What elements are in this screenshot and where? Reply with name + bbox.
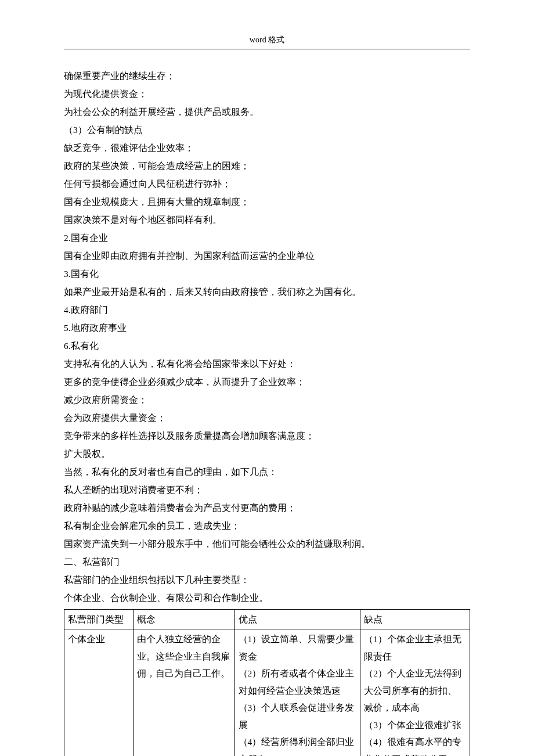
line: 会为政府提供大量资金； — [64, 409, 470, 427]
line: 私有制企业会解雇冗余的员工，造成失业； — [64, 517, 470, 535]
header-rule — [64, 49, 470, 49]
line: 扩大股权。 — [64, 445, 470, 463]
line: 5.地府政府事业 — [64, 319, 470, 337]
line: 当然，私有化的反对者也有自己的理由，如下几点： — [64, 463, 470, 481]
line: 减少政府所需资金； — [64, 391, 470, 409]
line: 如果产业最开始是私有的，后来又转向由政府接管，我们称之为国有化。 — [64, 283, 470, 301]
table-header-row: 私营部门类型 概念 优点 缺点 — [64, 610, 470, 629]
line: 4.政府部门 — [64, 301, 470, 319]
line: 6.私有化 — [64, 337, 470, 355]
line: 政府的某些决策，可能会造成经营上的困难； — [64, 157, 470, 175]
line: 更多的竞争使得企业必须减少成本，从而提升了企业效率； — [64, 373, 470, 391]
line: 支持私有化的人认为，私有化将会给国家带来以下好处： — [64, 355, 470, 373]
table-row: 个体企业 由个人独立经营的企业。这些企业主自我雇佣，自己为自己工作。 （1）设立… — [64, 629, 470, 756]
private-sector-table: 私营部门类型 概念 优点 缺点 个体企业 由个人独立经营的企业。这些企业主自我雇… — [64, 609, 470, 756]
line: 为社会公众的利益开展经营，提供产品或服务。 — [64, 103, 470, 121]
document-page: word 格式 确保重要产业的继续生存； 为现代化提供资金； 为社会公众的利益开… — [0, 0, 534, 756]
line: 3.国有化 — [64, 265, 470, 283]
cell-concept: 由个人独立经营的企业。这些企业主自我雇佣，自己为自己工作。 — [133, 629, 234, 756]
line: 政府补贴的减少意味着消费者会为产品支付更高的费用； — [64, 499, 470, 517]
line: 为现代化提供资金； — [64, 85, 470, 103]
cell-type: 个体企业 — [64, 629, 134, 756]
line: （3）公有制的缺点 — [64, 121, 470, 139]
cell-pros: （1）设立简单、只需要少量资金 （2）所有者或者个体企业主对如何经营企业决策迅速… — [234, 629, 360, 756]
body-text: 确保重要产业的继续生存； 为现代化提供资金； 为社会公众的利益开展经营，提供产品… — [64, 67, 470, 756]
line: 二、私营部门 — [64, 553, 470, 571]
line: 国家决策不是对每个地区都同样有利。 — [64, 211, 470, 229]
th-pros: 优点 — [234, 610, 360, 629]
line: 任何亏损都会通过向人民征税进行弥补； — [64, 175, 470, 193]
line: 国有企业规模庞大，且拥有大量的规章制度； — [64, 193, 470, 211]
line: 2.国有企业 — [64, 229, 470, 247]
line: 缺乏竞争，很难评估企业效率； — [64, 139, 470, 157]
th-concept: 概念 — [133, 610, 234, 629]
line: 竞争带来的多样性选择以及服务质量提高会增加顾客满意度； — [64, 427, 470, 445]
cell-cons: （1）个体企业主承担无限责任 （2）个人企业无法得到大公司所享有的折扣、减价，成… — [360, 629, 470, 756]
line: 个体企业、合伙制企业、有限公司和合作制企业。 — [64, 589, 470, 607]
th-type: 私营部门类型 — [64, 610, 134, 629]
line: 国有企业即由政府拥有并控制、为国家利益而运营的企业单位 — [64, 247, 470, 265]
th-cons: 缺点 — [360, 610, 470, 629]
line: 私营部门的企业组织包括以下几种主要类型： — [64, 571, 470, 589]
page-header: word 格式 — [64, 35, 470, 45]
line: 私人垄断的出现对消费者更不利； — [64, 481, 470, 499]
line: 确保重要产业的继续生存； — [64, 67, 470, 85]
line: 国家资产流失到一小部分股东手中，他们可能会牺牲公众的利益赚取利润。 — [64, 535, 470, 553]
